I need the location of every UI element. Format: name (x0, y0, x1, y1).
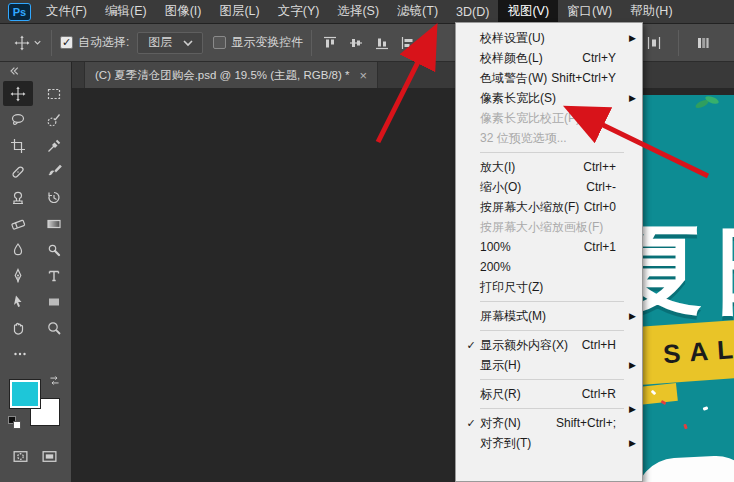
menu-item-label: 像素长宽比校正(P) (480, 110, 580, 127)
menubar-item-edit[interactable]: 编辑(E) (96, 0, 156, 24)
align-bottom-icon[interactable] (374, 35, 390, 51)
ps-logo-icon: Ps (8, 3, 31, 21)
menu-item-fit-artboard-on-screen: 按屏幕大小缩放画板(F) (456, 217, 642, 237)
menubar-item-image[interactable]: 图像(I) (156, 0, 211, 24)
pen-tool[interactable] (3, 263, 33, 288)
menu-item-print-size[interactable]: 打印尺寸(Z) (456, 277, 642, 297)
foreground-color-swatch[interactable] (10, 380, 40, 408)
auto-select-checkbox[interactable]: ✓ (60, 36, 73, 49)
menubar-item-layer[interactable]: 图层(L) (210, 0, 268, 24)
eyedropper-tool[interactable] (39, 133, 69, 158)
menubar-item-filter[interactable]: 滤镜(T) (388, 0, 447, 24)
quick-select-icon (46, 112, 62, 128)
history-brush-tool[interactable] (39, 185, 69, 210)
menu-item-rulers[interactable]: 标尺(R)Ctrl+R (456, 384, 642, 404)
checkmark-icon: ✓ (462, 339, 480, 352)
menu-item-zoom-in[interactable]: 放大(I)Ctrl++ (456, 157, 642, 177)
healing-tool[interactable] (3, 159, 33, 184)
menu-separator: ▶ (456, 404, 642, 413)
menu-item-label: 按屏幕大小缩放画板(F) (480, 219, 603, 236)
menu-item-label: 放大(I) (480, 159, 515, 176)
show-transform-checkbox[interactable] (213, 36, 226, 49)
layer-select-value: 图层 (148, 34, 172, 51)
submenu-arrow-icon: ▶ (626, 438, 636, 448)
menu-item-shortcut: Ctrl+1 (511, 240, 626, 254)
hand-icon (10, 320, 26, 336)
workspace-columns-icon[interactable] (695, 35, 711, 51)
hand-tool[interactable] (3, 315, 33, 340)
quick-select-tool[interactable] (39, 107, 69, 132)
blur-tool[interactable] (3, 237, 33, 262)
options-bar-right-group (646, 24, 711, 62)
menu-item-label: 打印尺寸(Z) (480, 279, 543, 296)
menubar-item-file[interactable]: 文件(F) (37, 0, 96, 24)
swap-colors-icon[interactable] (48, 374, 61, 387)
menu-item-label: 按屏幕大小缩放(F) (480, 199, 579, 216)
lasso-tool[interactable] (3, 107, 33, 132)
zoom-icon (46, 320, 62, 336)
menu-item-pixel-aspect-ratio-correction: 像素长宽比校正(P) (456, 108, 642, 128)
quick-mask-icon[interactable] (12, 448, 29, 465)
options-separator (311, 30, 312, 56)
submenu-arrow-icon: ▶ (626, 93, 636, 103)
type-icon (46, 268, 62, 284)
gradient-tool[interactable] (39, 211, 69, 236)
type-tool[interactable] (39, 263, 69, 288)
mask-mode-row (12, 448, 71, 465)
edit-toolbar-icon[interactable] (12, 346, 28, 362)
dodge-tool[interactable] (39, 237, 69, 262)
submenu-arrow-icon: ▶ (626, 33, 636, 43)
menu-item-show[interactable]: 显示(H)▶ (456, 355, 642, 375)
align-vertical-centers-icon[interactable] (348, 35, 364, 51)
menubar-item-type[interactable]: 文字(Y) (269, 0, 329, 24)
menu-item-screen-mode[interactable]: 屏幕模式(M)▶ (456, 306, 642, 326)
menu-item-100-percent[interactable]: 100%Ctrl+1 (456, 237, 642, 257)
move-tool-options-icon (14, 35, 30, 51)
collapse-panel-icon[interactable] (6, 65, 22, 77)
menu-item-proof-setup[interactable]: 校样设置(U)▶ (456, 28, 642, 48)
options-separator (678, 30, 679, 56)
dodge-icon (46, 242, 62, 258)
menu-item-fit-on-screen[interactable]: 按屏幕大小缩放(F)Ctrl+0 (456, 197, 642, 217)
menu-item-gamut-warning[interactable]: 色域警告(W)Shift+Ctrl+Y (456, 68, 642, 88)
menubar-item-window[interactable]: 窗口(W) (558, 0, 621, 24)
default-colors-icon[interactable] (8, 416, 22, 430)
menu-item-shortcut: Ctrl++ (515, 160, 626, 174)
checkmark-icon: ✓ (462, 417, 480, 430)
menu-item-shortcut: Shift+Ctrl+; (521, 416, 626, 430)
move-icon (10, 86, 26, 102)
align-top-icon[interactable] (322, 35, 338, 51)
align-buttons-group (322, 35, 416, 51)
align-left-icon[interactable] (400, 35, 416, 51)
zoom-tool[interactable] (39, 315, 69, 340)
crop-tool[interactable] (3, 133, 33, 158)
stamp-tool[interactable] (3, 185, 33, 210)
menu-item-snap-to[interactable]: 对齐到(T)▶ (456, 433, 642, 453)
menubar-item-view[interactable]: 视图(V) (498, 0, 558, 24)
menubar-item-select[interactable]: 选择(S) (328, 0, 388, 24)
shape-tool[interactable] (39, 289, 69, 314)
document-tab[interactable]: (C) 夏季清仓团购会.psd @ 19.5% (主题, RGB/8) * × (84, 62, 378, 88)
menu-item-zoom-out[interactable]: 缩小(O)Ctrl+- (456, 177, 642, 197)
marquee-tool[interactable] (39, 81, 69, 106)
menu-item-snap[interactable]: ✓对齐(N)Shift+Ctrl+; (456, 413, 642, 433)
menubar-item-help[interactable]: 帮助(H) (621, 0, 681, 24)
brush-tool[interactable] (39, 159, 69, 184)
stamp-icon (10, 190, 26, 206)
menubar-item-3d[interactable]: 3D(D) (447, 0, 498, 24)
screen-mode-icon[interactable] (41, 448, 58, 465)
menu-item-pixel-aspect-ratio[interactable]: 像素长宽比(S)▶ (456, 88, 642, 108)
auto-select-label: 自动选择: (78, 34, 129, 51)
path-select-tool[interactable] (3, 289, 33, 314)
layer-select-dropdown[interactable]: 图层 (137, 32, 203, 54)
menu-item-proof-colors[interactable]: 校样颜色(L)Ctrl+Y (456, 48, 642, 68)
chevron-down-icon[interactable] (32, 37, 43, 48)
pen-icon (10, 268, 26, 284)
menu-item-label: 屏幕模式(M) (480, 308, 546, 325)
distribute-horizontal-icon[interactable] (646, 35, 662, 51)
close-icon[interactable]: × (360, 68, 368, 83)
move-tool[interactable] (3, 81, 33, 106)
menu-item-show-extras[interactable]: ✓显示额外内容(X)Ctrl+H (456, 335, 642, 355)
eraser-tool[interactable] (3, 211, 33, 236)
menu-item-200-percent[interactable]: 200% (456, 257, 642, 277)
